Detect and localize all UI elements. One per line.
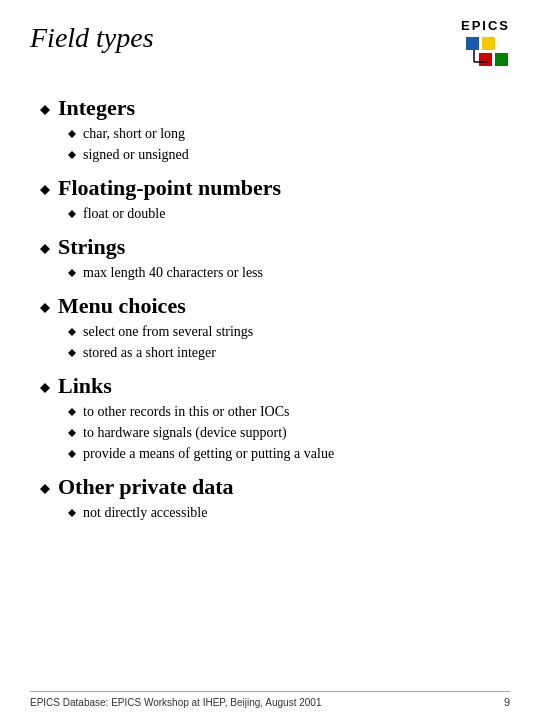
sub-bullet-strings-0 bbox=[68, 269, 76, 277]
epics-logo-text: EPICS bbox=[461, 18, 510, 33]
sub-bullet-menu-choices-1 bbox=[68, 349, 76, 357]
sub-bullet-integers-1 bbox=[68, 151, 76, 159]
footer-page: 9 bbox=[504, 696, 510, 708]
section-links: Linksto other records in this or other I… bbox=[40, 373, 510, 464]
main-label-menu-choices: Menu choices bbox=[58, 293, 186, 319]
sub-label-links-2: provide a means of getting or putting a … bbox=[83, 443, 334, 464]
epics-logo: EPICS bbox=[461, 18, 510, 77]
sub-item-integers-1: signed or unsigned bbox=[68, 144, 510, 165]
sub-item-other-private-0: not directly accessible bbox=[68, 502, 510, 523]
section-strings: Stringsmax length 40 characters or less bbox=[40, 234, 510, 283]
section-integers: Integerschar, short or longsigned or uns… bbox=[40, 95, 510, 165]
section-other-private: Other private datanot directly accessibl… bbox=[40, 474, 510, 523]
main-label-links: Links bbox=[58, 373, 112, 399]
main-label-strings: Strings bbox=[58, 234, 125, 260]
sub-item-links-2: provide a means of getting or putting a … bbox=[68, 443, 510, 464]
main-bullet-other-private bbox=[40, 484, 50, 494]
footer-text: EPICS Database: EPICS Workshop at IHEP, … bbox=[30, 697, 321, 708]
sub-bullet-menu-choices-0 bbox=[68, 328, 76, 336]
footer: EPICS Database: EPICS Workshop at IHEP, … bbox=[30, 691, 510, 708]
sub-label-strings-0: max length 40 characters or less bbox=[83, 262, 263, 283]
page-title: Field types bbox=[30, 18, 154, 54]
sub-label-floating-point-0: float or double bbox=[83, 203, 165, 224]
sub-label-menu-choices-1: stored as a short integer bbox=[83, 342, 216, 363]
main-label-integers: Integers bbox=[58, 95, 135, 121]
main-item-strings: Strings bbox=[40, 234, 510, 260]
sub-label-links-0: to other records in this or other IOCs bbox=[83, 401, 289, 422]
sub-bullet-links-1 bbox=[68, 429, 76, 437]
sub-items-floating-point: float or double bbox=[40, 203, 510, 224]
main-bullet-integers bbox=[40, 105, 50, 115]
sub-bullet-links-2 bbox=[68, 450, 76, 458]
sub-items-links: to other records in this or other IOCsto… bbox=[40, 401, 510, 464]
epics-icon-graphic bbox=[466, 37, 510, 77]
section-menu-choices: Menu choicesselect one from several stri… bbox=[40, 293, 510, 363]
main-item-menu-choices: Menu choices bbox=[40, 293, 510, 319]
main-item-integers: Integers bbox=[40, 95, 510, 121]
sub-label-links-1: to hardware signals (device support) bbox=[83, 422, 287, 443]
sub-label-menu-choices-0: select one from several strings bbox=[83, 321, 253, 342]
main-bullet-floating-point bbox=[40, 185, 50, 195]
sub-bullet-other-private-0 bbox=[68, 509, 76, 517]
sub-item-strings-0: max length 40 characters or less bbox=[68, 262, 510, 283]
sub-bullet-links-0 bbox=[68, 408, 76, 416]
content: Integerschar, short or longsigned or uns… bbox=[30, 95, 510, 523]
sub-items-strings: max length 40 characters or less bbox=[40, 262, 510, 283]
section-floating-point: Floating-point numbersfloat or double bbox=[40, 175, 510, 224]
sub-items-other-private: not directly accessible bbox=[40, 502, 510, 523]
header: Field types EPICS bbox=[30, 0, 510, 77]
sub-item-floating-point-0: float or double bbox=[68, 203, 510, 224]
page: Field types EPICS Integersch bbox=[0, 0, 540, 720]
sub-label-other-private-0: not directly accessible bbox=[83, 502, 207, 523]
main-bullet-links bbox=[40, 383, 50, 393]
main-bullet-strings bbox=[40, 244, 50, 254]
main-bullet-menu-choices bbox=[40, 303, 50, 313]
sub-items-integers: char, short or longsigned or unsigned bbox=[40, 123, 510, 165]
sub-item-menu-choices-0: select one from several strings bbox=[68, 321, 510, 342]
sub-item-integers-0: char, short or long bbox=[68, 123, 510, 144]
main-label-floating-point: Floating-point numbers bbox=[58, 175, 281, 201]
main-item-floating-point: Floating-point numbers bbox=[40, 175, 510, 201]
sub-bullet-integers-0 bbox=[68, 130, 76, 138]
sub-label-integers-0: char, short or long bbox=[83, 123, 185, 144]
main-item-links: Links bbox=[40, 373, 510, 399]
sub-item-menu-choices-1: stored as a short integer bbox=[68, 342, 510, 363]
sub-item-links-0: to other records in this or other IOCs bbox=[68, 401, 510, 422]
connector-lines bbox=[466, 37, 510, 75]
sub-items-menu-choices: select one from several stringsstored as… bbox=[40, 321, 510, 363]
sub-bullet-floating-point-0 bbox=[68, 210, 76, 218]
sub-label-integers-1: signed or unsigned bbox=[83, 144, 189, 165]
sub-item-links-1: to hardware signals (device support) bbox=[68, 422, 510, 443]
main-label-other-private: Other private data bbox=[58, 474, 234, 500]
main-item-other-private: Other private data bbox=[40, 474, 510, 500]
